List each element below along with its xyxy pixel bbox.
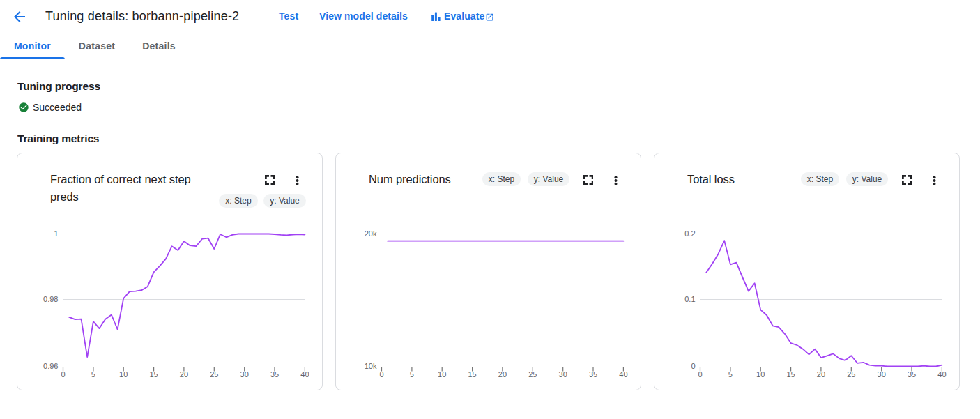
svg-text:5: 5 [410, 370, 414, 379]
svg-text:30: 30 [240, 370, 249, 379]
svg-text:0: 0 [698, 370, 702, 379]
svg-text:20: 20 [498, 370, 507, 379]
svg-text:30: 30 [559, 370, 567, 379]
svg-text:0: 0 [691, 362, 695, 370]
svg-text:5: 5 [91, 370, 95, 379]
svg-text:10: 10 [119, 370, 128, 379]
svg-text:15: 15 [786, 370, 795, 379]
svg-text:20k: 20k [365, 229, 377, 238]
svg-text:5: 5 [728, 370, 733, 379]
svg-text:0.96: 0.96 [43, 362, 58, 370]
svg-text:0.2: 0.2 [684, 229, 695, 238]
svg-text:0: 0 [61, 370, 65, 379]
svg-text:20: 20 [180, 370, 188, 379]
svg-text:35: 35 [270, 370, 279, 379]
svg-text:25: 25 [847, 370, 855, 379]
svg-text:15: 15 [149, 370, 158, 379]
svg-text:35: 35 [589, 370, 597, 379]
svg-text:0: 0 [379, 370, 383, 379]
svg-text:40: 40 [619, 370, 627, 379]
svg-text:25: 25 [210, 370, 218, 379]
svg-text:35: 35 [908, 370, 916, 379]
svg-text:25: 25 [528, 370, 537, 379]
svg-text:10: 10 [756, 370, 765, 379]
svg-text:20: 20 [817, 370, 825, 379]
svg-text:40: 40 [937, 370, 946, 379]
svg-text:1: 1 [54, 229, 58, 238]
svg-text:0.1: 0.1 [684, 295, 695, 303]
svg-text:40: 40 [300, 370, 309, 379]
svg-text:10: 10 [438, 370, 446, 379]
svg-text:10k: 10k [365, 362, 377, 370]
svg-text:30: 30 [878, 370, 886, 379]
svg-text:0.98: 0.98 [43, 295, 58, 303]
svg-text:15: 15 [468, 370, 476, 379]
